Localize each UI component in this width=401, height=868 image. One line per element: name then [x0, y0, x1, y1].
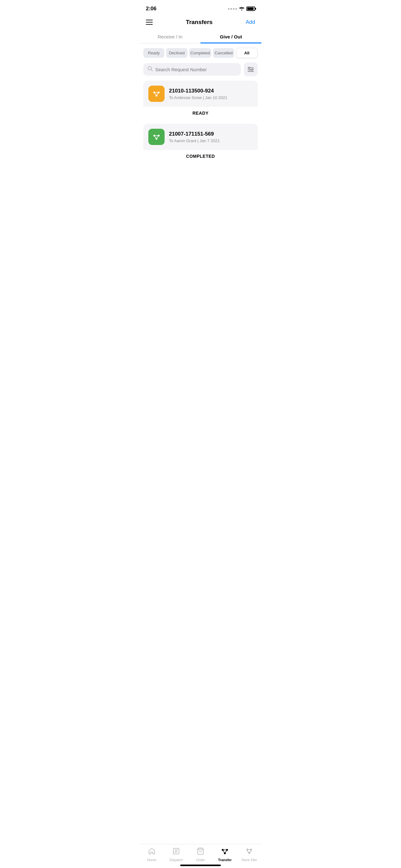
add-button[interactable]: Add [246, 19, 255, 25]
search-icon [148, 66, 153, 72]
filter-tabs: Ready Declined Completed Cancelled All [140, 43, 261, 62]
card-sub-2: To Aaron Grant | Jan 7 2021 [169, 138, 253, 143]
header: Transfers Add [140, 16, 261, 30]
search-input[interactable] [155, 67, 236, 72]
transfer-icon-2 [152, 132, 161, 141]
page-title: Transfers [186, 19, 213, 26]
wifi-icon [239, 6, 244, 11]
card-status-1: READY [143, 107, 258, 119]
card-number-2: 21007-171151-569 [169, 131, 253, 137]
tab-receive-in[interactable]: Receive / In [140, 30, 201, 43]
filter-completed[interactable]: Completed [189, 48, 211, 58]
card-number-1: 21010-113500-924 [169, 88, 253, 94]
svg-line-18 [157, 135, 159, 139]
status-time: 2:06 [146, 6, 157, 12]
main-tabs: Receive / In Give / Out [140, 30, 261, 43]
svg-line-12 [157, 92, 159, 96]
status-bar: 2:06 [140, 0, 261, 16]
transfer-card-1[interactable]: 21010-113500-924 To Ambrose Snow | Jan 1… [143, 81, 258, 119]
tab-give-out[interactable]: Give / Out [201, 30, 261, 43]
card-top-1: 21010-113500-924 To Ambrose Snow | Jan 1… [143, 81, 258, 107]
filter-options-button[interactable] [244, 62, 258, 76]
filter-all[interactable]: All [236, 48, 258, 58]
transfer-card-2[interactable]: 21007-171151-569 To Aaron Grant | Jan 7 … [143, 124, 258, 162]
cards-container: 21010-113500-924 To Ambrose Snow | Jan 1… [140, 81, 261, 162]
card-info-2: 21007-171151-569 To Aaron Grant | Jan 7 … [169, 131, 253, 143]
card-sub-1: To Ambrose Snow | Jan 10 2021 [169, 95, 253, 100]
card-icon-2 [148, 129, 165, 145]
filter-cancelled[interactable]: Cancelled [213, 48, 234, 58]
card-top-2: 21007-171151-569 To Aaron Grant | Jan 7 … [143, 124, 258, 150]
menu-button[interactable] [146, 20, 153, 25]
signal-icon [228, 8, 237, 10]
svg-line-17 [154, 135, 157, 139]
svg-line-11 [154, 92, 157, 96]
search-container [143, 63, 241, 75]
filter-declined[interactable]: Declined [166, 48, 187, 58]
svg-point-6 [252, 69, 253, 71]
svg-line-1 [151, 70, 153, 71]
search-row [140, 62, 261, 81]
battery-icon [246, 6, 255, 11]
filter-options-icon [248, 67, 254, 72]
transfer-icon-1 [152, 89, 161, 98]
svg-point-5 [248, 67, 250, 69]
filter-ready[interactable]: Ready [143, 48, 164, 58]
card-info-1: 21010-113500-924 To Ambrose Snow | Jan 1… [169, 88, 253, 100]
status-icons [228, 6, 255, 11]
svg-point-7 [249, 71, 251, 72]
card-icon-1 [148, 86, 165, 102]
card-status-2: COMPLETED [143, 150, 258, 162]
